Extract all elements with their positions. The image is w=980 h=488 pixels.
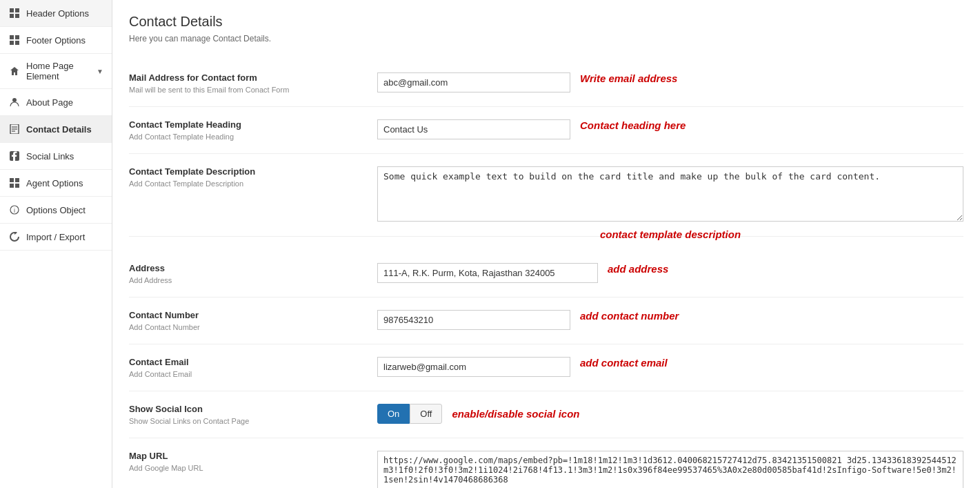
show-social-icon-sublabel: Show Social Links on Contact Page — [129, 417, 377, 425]
contact-email-label-col: Contact Email Add Contact Email — [129, 357, 377, 378]
contact-number-label-col: Contact Number Add Contact Number — [129, 310, 377, 331]
sidebar-item-agent-options[interactable]: Agent Options — [0, 170, 112, 197]
show-social-icon-row: Show Social Icon Show Social Links on Co… — [129, 391, 963, 438]
contact-number-sublabel: Add Contact Number — [129, 323, 377, 331]
contact-email-input[interactable] — [377, 357, 570, 377]
contact-number-label: Contact Number — [129, 310, 377, 320]
contact-heading-annotation: Contact heading here — [580, 119, 686, 131]
sidebar-item-label: Contact Details — [26, 124, 92, 135]
address-sublabel: Add Address — [129, 276, 377, 284]
svg-rect-7 — [15, 41, 19, 45]
contact-email-row: Contact Email Add Contact Email add cont… — [129, 344, 963, 391]
contact-description-textarea[interactable]: Some quick example text to build on the … — [377, 166, 963, 222]
main-content: Contact Details Here you can manage Cont… — [112, 0, 980, 488]
sidebar-item-label: Home Page Element — [26, 61, 91, 81]
contact-number-input-col: add contact number — [377, 310, 963, 330]
address-input-col: add address — [377, 263, 963, 283]
contact-description-input-col: Some quick example text to build on the … — [377, 166, 963, 224]
address-label-col: Address Add Address — [129, 263, 377, 284]
sidebar-item-label: Options Object — [26, 205, 86, 215]
contact-number-annotation: add contact number — [580, 310, 679, 322]
facebook-icon — [8, 150, 21, 162]
contact-email-annotation: add contact email — [580, 357, 668, 369]
svg-rect-0 — [10, 8, 14, 12]
sidebar-item-social-links[interactable]: Social Links — [0, 143, 112, 170]
refresh-icon — [8, 231, 21, 243]
map-url-sublabel: Add Google Map URL — [129, 464, 377, 472]
contact-email-input-col: add contact email — [377, 357, 963, 377]
map-url-input-col: https://www.google.com/maps/embed?pb=!1m… — [377, 451, 963, 488]
svg-text:i: i — [14, 207, 15, 214]
sidebar-item-label: Agent Options — [26, 178, 83, 188]
contact-description-annotation: contact template description — [600, 228, 741, 240]
show-social-icon-label: Show Social Icon — [129, 404, 377, 414]
address-row: Address Add Address add address — [129, 251, 963, 297]
show-social-icon-label-col: Show Social Icon Show Social Links on Co… — [129, 404, 377, 425]
mail-address-label: Mail Address for Contact form — [129, 72, 377, 83]
mail-address-input-col: Write email address — [377, 72, 963, 92]
svg-rect-4 — [10, 35, 14, 39]
svg-rect-16 — [10, 184, 14, 188]
contact-email-sublabel: Add Contact Email — [129, 370, 377, 378]
map-url-textarea[interactable]: https://www.google.com/maps/embed?pb=!1m… — [377, 451, 963, 488]
grid-icon-2 — [8, 34, 21, 46]
sidebar-item-label: Social Links — [26, 151, 74, 162]
chevron-down-icon: ▼ — [97, 68, 103, 75]
mail-address-row: Mail Address for Contact form Mail will … — [129, 60, 963, 107]
contact-heading-row: Contact Template Heading Add Contact Tem… — [129, 107, 963, 154]
page-subtitle: Here you can manage Contact Details. — [129, 34, 963, 43]
svg-rect-15 — [15, 178, 19, 182]
contact-number-input[interactable] — [377, 310, 570, 330]
sidebar-item-label: Footer Options — [26, 35, 86, 46]
mail-address-input[interactable] — [377, 72, 570, 92]
contact-number-row: Contact Number Add Contact Number add co… — [129, 297, 963, 344]
person-icon — [8, 96, 21, 108]
contact-heading-input-col: Contact heading here — [377, 119, 963, 139]
grid-icon — [8, 7, 21, 19]
toggle-on-button[interactable]: On — [377, 404, 410, 424]
svg-rect-3 — [15, 14, 19, 18]
grid-icon-3 — [8, 177, 21, 189]
svg-rect-2 — [10, 14, 14, 18]
sidebar-item-contact-details[interactable]: Contact Details — [0, 116, 112, 143]
svg-rect-17 — [15, 184, 19, 188]
sidebar-item-home-page-element[interactable]: Home Page Element ▼ — [0, 54, 112, 89]
sidebar-item-about-page[interactable]: About Page — [0, 89, 112, 116]
contact-heading-label-col: Contact Template Heading Add Contact Tem… — [129, 119, 377, 141]
contact-email-label: Contact Email — [129, 357, 377, 367]
show-social-icon-input-col: On Off enable/disable social icon — [377, 404, 963, 424]
contact-description-label-col: Contact Template Description Add Contact… — [129, 166, 377, 188]
sidebar-item-options-object[interactable]: i Options Object — [0, 197, 112, 224]
social-icon-toggle: On Off — [377, 404, 442, 424]
map-url-label: Map URL — [129, 451, 377, 461]
social-icon-annotation: enable/disable social icon — [452, 408, 579, 420]
sidebar-item-label: Header Options — [26, 8, 89, 19]
sidebar-item-label: Import / Export — [26, 232, 85, 242]
svg-rect-6 — [10, 41, 14, 45]
info-icon: i — [8, 204, 21, 216]
map-url-label-col: Map URL Add Google Map URL — [129, 451, 377, 472]
svg-rect-5 — [15, 35, 19, 39]
address-label: Address — [129, 263, 377, 273]
contact-description-sublabel: Add Contact Template Description — [129, 179, 377, 188]
sidebar: Header Options Footer Options Home Page … — [0, 0, 112, 488]
address-annotation: add address — [608, 263, 668, 275]
map-url-row: Map URL Add Google Map URL https://www.g… — [129, 438, 963, 488]
sidebar-item-header-options[interactable]: Header Options — [0, 0, 112, 27]
contact-description-row: Contact Template Description Add Contact… — [129, 154, 963, 237]
sidebar-item-footer-options[interactable]: Footer Options — [0, 27, 112, 54]
address-input[interactable] — [377, 263, 598, 283]
page-title: Contact Details — [129, 14, 963, 30]
mail-address-annotation: Write email address — [580, 72, 677, 84]
contact-description-label: Contact Template Description — [129, 166, 377, 177]
svg-rect-14 — [10, 178, 14, 182]
contact-heading-label: Contact Template Heading — [129, 119, 377, 130]
mail-address-sublabel: Mail will be sent to this Email from Con… — [129, 86, 377, 94]
toggle-off-button[interactable]: Off — [410, 404, 442, 424]
contact-heading-sublabel: Add Contact Template Heading — [129, 133, 377, 141]
sidebar-item-import-export[interactable]: Import / Export — [0, 224, 112, 251]
contact-heading-input[interactable] — [377, 119, 570, 139]
sidebar-item-label: About Page — [26, 97, 73, 108]
home-icon — [8, 65, 21, 77]
svg-rect-1 — [15, 8, 19, 12]
